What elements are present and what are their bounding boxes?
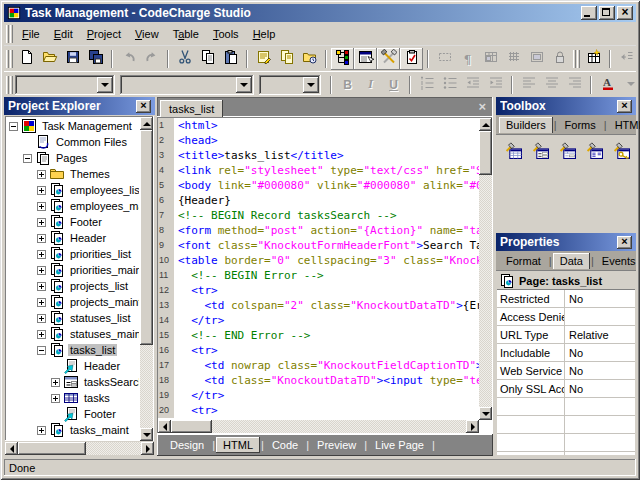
code-line[interactable]: 17 <td nowrap class="KnockoutFieldCaptio… [158,358,479,373]
font-combo-arrow-icon[interactable] [236,77,252,93]
code-line[interactable]: 2<head> [158,133,479,148]
tree-item-employees-list[interactable]: employees_list [7,182,139,198]
code-line[interactable]: 6{Header} [158,193,479,208]
editor-vscrollbar-arrow-down[interactable] [479,407,492,420]
copy-page-button[interactable] [275,48,298,70]
property-value[interactable] [565,416,635,433]
code-line[interactable]: 13 <td colspan="2" class="KnockoutDataTD… [158,298,479,313]
tree-item-projects-maint[interactable]: projects_maint [7,294,139,310]
editor-vscrollbar-thumb[interactable] [479,131,492,175]
style-combo-arrow-icon[interactable] [97,77,113,93]
font-color-button[interactable]: A [596,74,619,96]
toolbar-grip[interactable] [573,50,580,68]
tree-item-taskssearch[interactable]: tasksSearch [7,374,139,390]
expand-icon[interactable] [37,314,46,323]
property-value[interactable] [565,452,635,455]
editor-hscrollbar-arrow-left[interactable] [158,420,171,433]
record-builder-button[interactable] [528,141,552,163]
tree-item-priorities-maint[interactable]: priorities_maint [7,262,139,278]
code-view[interactable]: 1<html>2<head>3<title>tasks_list</title>… [158,118,479,420]
toggle-properties-button[interactable] [354,48,377,70]
menu-table[interactable]: Table [166,25,206,43]
toolbox-close-button[interactable] [617,100,632,113]
cut-button[interactable] [173,48,196,70]
expand-icon[interactable] [37,250,46,259]
editor-hscrollbar-thumb[interactable] [171,420,212,433]
project-tree-hscrollbar[interactable] [5,442,154,455]
expand-icon[interactable] [37,234,46,243]
expand-icon[interactable] [37,170,46,179]
collapse-icon[interactable] [37,346,46,355]
close-button[interactable] [617,6,633,20]
toggle-project-explorer-button[interactable] [331,48,354,70]
code-line[interactable]: 19 </tr> [158,388,479,403]
menu-view[interactable]: View [128,25,166,43]
new-button[interactable] [15,48,38,70]
menu-tools[interactable]: Tools [206,25,246,43]
copy-button[interactable] [196,48,219,70]
toggle-todo-button[interactable] [400,48,423,70]
save-all-button[interactable] [84,48,107,70]
expand-icon[interactable] [37,186,46,195]
tree-item-footer[interactable]: Footer [7,214,139,230]
expand-icon[interactable] [51,394,60,403]
menu-project[interactable]: Project [80,25,128,43]
tree-item-priorities-list[interactable]: priorities_list [7,246,139,262]
font-combo[interactable] [120,75,254,95]
project-tree-hscrollbar-arrow-left[interactable] [5,442,18,455]
code-line[interactable]: 20 <tr> [158,403,479,418]
size-combo[interactable] [259,75,321,95]
code-line[interactable]: 15 <!-- END Error --> [158,328,479,343]
tree-item-themes[interactable]: Themes [7,166,139,182]
tree-item-tasks[interactable]: tasks [7,390,139,406]
insert-table-button[interactable] [582,48,605,70]
menubar-grip[interactable] [6,25,13,43]
project-tree-hscrollbar-arrow-right[interactable] [141,442,154,455]
code-line[interactable]: 8<form method="post" action="{Action}" n… [158,223,479,238]
tree-item-task-management[interactable]: Task Management [7,118,139,134]
code-line[interactable]: 7<!-- BEGIN Record tasksSearch --> [158,208,479,223]
toolbar-grip[interactable] [6,50,13,68]
page-properties-button[interactable] [252,48,275,70]
expand-icon[interactable] [51,378,60,387]
tree-item-statuses-maint[interactable]: statuses_maint [7,326,139,342]
view-tab-preview[interactable]: Preview [310,437,363,453]
editor-hscrollbar-arrow-right[interactable] [466,420,479,433]
property-value[interactable] [565,434,635,451]
properties-tab-data[interactable]: Data [553,253,590,269]
toolbox-tab-html[interactable]: HTML [608,117,640,133]
collapse-icon[interactable] [9,122,18,131]
project-tree-vscrollbar-thumb[interactable] [140,130,153,345]
expand-icon[interactable] [37,426,46,435]
menu-help[interactable]: Help [246,25,283,43]
expand-icon[interactable] [37,298,46,307]
project-explorer-close-button[interactable] [136,100,151,113]
maximize-button[interactable] [599,6,615,20]
code-line[interactable]: 11 <!-- BEGIN Error --> [158,268,479,283]
project-tree-vscrollbar[interactable] [140,117,153,441]
toolbar-grip[interactable] [6,76,13,94]
properties-close-button[interactable] [617,236,632,249]
editor-hscrollbar[interactable] [158,420,479,433]
expand-icon[interactable] [37,330,46,339]
collapse-icon[interactable] [23,154,32,163]
expand-icon[interactable] [37,282,46,291]
directory-builder-button[interactable] [582,141,606,163]
tree-item-common-files[interactable]: Common Files [7,134,139,150]
menu-file[interactable]: File [15,25,47,43]
code-line[interactable]: 16 <tr> [158,343,479,358]
properties-tab-format[interactable]: Format [499,253,548,269]
tree-item-header[interactable]: Header [7,358,139,374]
code-line[interactable]: 4<link rel="stylesheet" type="text/css" … [158,163,479,178]
publish-button[interactable] [298,48,321,70]
grid-and-record-builder-button[interactable] [555,141,579,163]
property-value[interactable]: No [565,344,635,361]
view-tab-live-page[interactable]: Live Page [368,437,431,453]
view-tab-html[interactable]: HTML [216,437,260,453]
property-value[interactable]: No [565,380,635,397]
properties-tab-events[interactable]: Events [595,253,640,269]
tree-item-header[interactable]: Header [7,230,139,246]
document-close-icon[interactable]: × [478,101,486,113]
tree-item-tasks-list[interactable]: tasks_list [7,342,139,358]
property-value[interactable]: No [565,290,635,307]
